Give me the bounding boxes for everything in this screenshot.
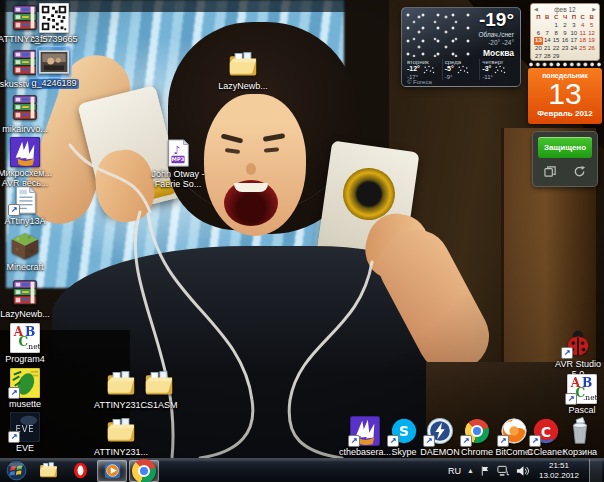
calendar-day-6[interactable]: 6 (534, 30, 543, 38)
calendar-next-button[interactable]: ▶ (592, 7, 596, 12)
update-refresh-icon[interactable] (573, 165, 586, 178)
calendar-day-18[interactable]: 18 (578, 37, 587, 45)
calendar-day-14[interactable]: 14 (543, 37, 552, 45)
svg-text:.net: .net (583, 393, 597, 402)
calendar-day-21[interactable]: 21 (543, 45, 552, 53)
shortcut-arrow-overlay: ↗ (423, 435, 435, 447)
calendar-day-20[interactable]: 20 (534, 45, 543, 53)
taskbar-chrome-button[interactable] (129, 460, 159, 482)
desktop-icon-mikairvvo-rar[interactable]: mikairvvo... (0, 93, 58, 135)
calendar-day-5[interactable]: 5 (587, 22, 596, 30)
security-gadget-actions (533, 165, 597, 178)
forecast-low: -9° (445, 74, 478, 80)
calendar-day-15[interactable]: 15 (552, 37, 561, 45)
calendar-day-13[interactable]: 13 (534, 37, 543, 45)
calendar-day-17[interactable]: 17 (569, 37, 578, 45)
taskbar-wmp-button[interactable] (97, 460, 127, 482)
eve-icon: EVE↗ (8, 412, 42, 442)
calendar-day-10[interactable]: 10 (569, 30, 578, 38)
calendar-day-7[interactable]: 7 (543, 30, 552, 38)
show-desktop-button[interactable] (589, 459, 602, 482)
abnet-icon: ABC.net (8, 323, 42, 353)
desktop-icon-minecraft[interactable]: Minecraft (0, 231, 58, 273)
calendar-day-16[interactable]: 16 (561, 37, 570, 45)
desktop-icon-lazynewb-folder[interactable]: LazyNewb... (210, 50, 276, 92)
calendar-day-25[interactable]: 25 (578, 45, 587, 53)
folder-icon (226, 50, 260, 80)
day-number: 13 (528, 79, 602, 109)
calendar-day-1[interactable]: 1 (552, 22, 561, 30)
calendar-header: ◀ фев 12 ▶ (534, 6, 596, 13)
folder-icon (142, 369, 176, 399)
forecast-high: -12° (407, 65, 440, 74)
calendar-day-9[interactable]: 9 (561, 30, 570, 38)
forecast-cell-вторник: вторник-12° -17° (405, 59, 442, 80)
desktop-icon-recycle-bin[interactable]: Корзина (547, 416, 604, 458)
desktop-icon-attiny13a-doc[interactable]: ↗ATtiny13A (0, 185, 58, 227)
date-gadget[interactable]: понедельник 13 Февраль 2012 (528, 68, 602, 124)
clock[interactable]: 21:51 13.02.2012 (539, 461, 579, 481)
icon-label: c_f5739665 (30, 35, 77, 45)
shortcut-arrow-overlay: ↗ (387, 435, 399, 447)
month-year-label: Февраль 2012 (528, 109, 602, 118)
calendar-day-3[interactable]: 3 (569, 22, 578, 30)
icon-label: LazyNewb... (218, 82, 268, 92)
desktop-icon-mikroshemy-avr[interactable]: Микросхем... AVR весь... (0, 137, 58, 189)
icon-label: musette (9, 400, 41, 410)
protected-status-button[interactable]: Защищено (538, 137, 592, 158)
forecast-low: -11° (482, 74, 515, 80)
desktop[interactable]: ATTINY231...c_f5739665iskusstvenn...g_42… (0, 0, 604, 458)
shortcut-arrow-overlay: ↗ (8, 387, 20, 399)
weather-gadget[interactable]: -19° Облач./снег -20° -24° Москва вторни… (401, 7, 521, 87)
desktop-icon-program4[interactable]: ABC.netProgram4 (0, 323, 58, 365)
desktop-icon-pascal[interactable]: ABC.net↗Pascal (549, 374, 604, 416)
taskbar-start-button[interactable] (1, 460, 31, 482)
calendar-gadget[interactable]: ◀ фев 12 ▶ ПВСЧПСВ1234567891011121314151… (530, 3, 600, 61)
shortcut-arrow-overlay: ↗ (460, 435, 472, 447)
security-gadget: Защищено (532, 131, 598, 187)
icon-label: ATTINY231... (94, 448, 148, 458)
desktop-icon-lazynewb-rar[interactable]: LazyNewb... (0, 278, 58, 320)
icon-label: g_4246189 (29, 79, 78, 89)
calendar-day-4[interactable]: 4 (578, 22, 587, 30)
desktop-icon-eve[interactable]: EVE↗EVE (0, 412, 58, 454)
forecast-high: -5° (445, 65, 478, 74)
desktop-icon-musette[interactable]: ↗musette (0, 368, 58, 410)
calendar-day-header: В (543, 14, 552, 22)
mp3-icon: ♪MP3 (161, 138, 195, 168)
calendar-day-22[interactable]: 22 (552, 45, 561, 53)
calendar-day-24[interactable]: 24 (569, 45, 578, 53)
calendar-day-header: П (569, 14, 578, 22)
calendar-day-26[interactable]: 26 (587, 45, 596, 53)
desktop-icon-john-otway-mp3[interactable]: ♪MP3John Otway - Faerie So... (145, 138, 211, 190)
taskbar-explorer-button[interactable] (33, 460, 63, 482)
calendar-day-2[interactable]: 2 (561, 22, 570, 30)
winrar-icon (8, 93, 42, 123)
calendar-prev-button[interactable]: ◀ (534, 7, 538, 12)
action-center-flag-icon[interactable] (480, 465, 491, 477)
calendar-day-23[interactable]: 23 (561, 45, 570, 53)
volume-icon[interactable] (516, 465, 529, 477)
show-hidden-icons-icon[interactable]: ▲ (467, 467, 474, 474)
calendar-month-label: фев 12 (554, 6, 575, 13)
image-qr-icon (37, 3, 71, 33)
desktop-icon-cs1asm-folder[interactable]: CS1ASM (126, 369, 192, 411)
calendar-day-header: П (534, 14, 543, 22)
calendar-day-12[interactable]: 12 (587, 30, 596, 38)
desktop-icon-g-4246189[interactable]: g_4246189 (21, 47, 87, 89)
taskbar-opera-button[interactable] (65, 460, 95, 482)
calendar-day-11[interactable]: 11 (578, 30, 587, 38)
calendar-day-empty (534, 22, 543, 30)
calendar-day-8[interactable]: 8 (552, 30, 561, 38)
calendar-day-19[interactable]: 19 (587, 37, 596, 45)
desktop-icon-avr-studio[interactable]: ↗AVR Studio 5.0 (545, 328, 604, 380)
taskbar: RU ▲ 21:51 13.02.2012 (0, 458, 604, 482)
language-indicator[interactable]: RU (448, 466, 461, 476)
minecraft-icon (8, 231, 42, 261)
network-icon[interactable] (497, 465, 510, 477)
desktop-icon-c-f5739665[interactable]: c_f5739665 (21, 3, 87, 45)
current-temperature: -19° (479, 9, 514, 31)
reports-icon[interactable] (544, 165, 557, 178)
icon-label: John Otway - Faerie So... (151, 170, 204, 190)
desktop-icon-attiny-folder-2[interactable]: ATTINY231... (88, 416, 154, 458)
